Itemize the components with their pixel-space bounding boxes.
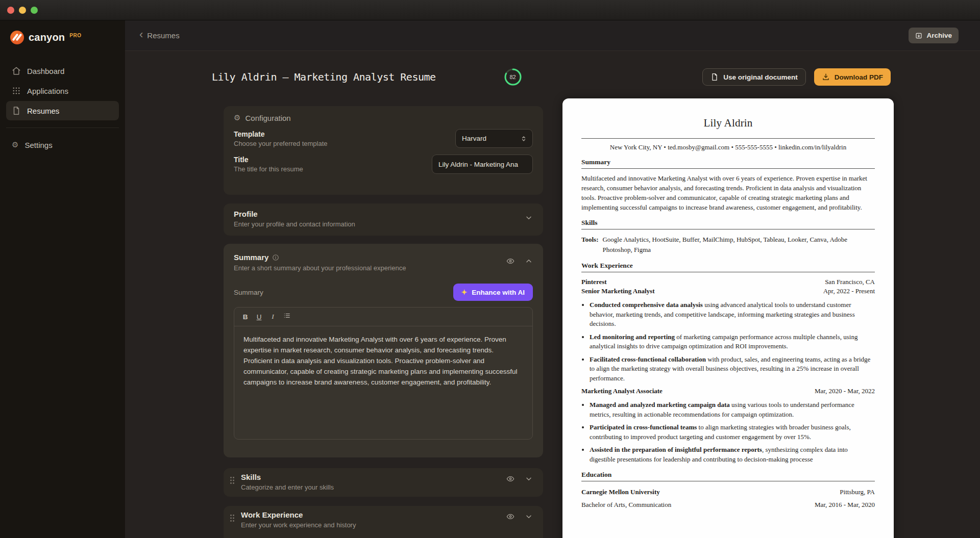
title-actions: Use original document Download PDF <box>702 68 891 86</box>
archive-button[interactable]: Archive <box>909 28 959 43</box>
template-field-row: Template Choose your preferred template … <box>234 129 533 148</box>
job-bullet: Conducted comprehensive data analysis us… <box>590 300 875 329</box>
education-degree: Bachelor of Arts, Communication <box>581 500 671 509</box>
preview-work-heading: Work Experience <box>581 262 875 270</box>
use-original-label: Use original document <box>723 73 798 81</box>
italic-button[interactable]: I <box>266 310 280 324</box>
template-description: Choose your preferred template <box>234 140 328 147</box>
skills-section-card[interactable]: Skills Categorize and enter your skills <box>224 468 543 497</box>
profile-section-title: Profile <box>234 210 525 218</box>
enhance-with-ai-button[interactable]: ✦ Enhance with AI <box>453 284 533 301</box>
summary-editor[interactable]: B U I Multifaceted and innovative Market… <box>234 307 533 440</box>
close-window-button[interactable] <box>7 7 14 14</box>
gear-icon: ⚙ <box>12 140 18 149</box>
download-pdf-label: Download PDF <box>835 73 883 81</box>
divider <box>581 272 875 272</box>
sidebar-divider <box>6 127 119 128</box>
title-label: Title <box>234 156 303 164</box>
configuration-heading-label: Configuration <box>245 114 290 122</box>
chevron-down-icon[interactable] <box>525 214 533 222</box>
preview-summary-heading: Summary <box>581 158 875 166</box>
sidebar-item-label: Settings <box>24 141 52 149</box>
eye-icon[interactable] <box>506 475 514 483</box>
preview-contact-line: New York City, NY • ted.mosby@gmail.com … <box>581 143 875 151</box>
tools-list: Google Analytics, HootSuite, Buffer, Mai… <box>602 235 875 255</box>
eye-icon[interactable] <box>506 513 514 521</box>
chevron-down-icon[interactable] <box>525 513 533 521</box>
job-role-row: Senior Marketing Analyst Apr, 2022 - Pre… <box>581 287 875 296</box>
job-bullet-list: Managed and analyzed marketing campaign … <box>590 400 875 464</box>
divider <box>581 229 875 229</box>
divider <box>581 168 875 169</box>
job-company: Pinterest <box>581 277 607 287</box>
divider <box>581 138 875 139</box>
job-bullet: Participated in cross-functional teams t… <box>590 423 875 442</box>
document-icon <box>12 106 21 115</box>
template-select-value: Harvard <box>462 135 486 142</box>
eye-icon[interactable] <box>506 257 514 265</box>
education-location: Pittsburg, PA <box>840 488 875 497</box>
breadcrumb-label: Resumes <box>147 31 179 40</box>
sidebar-item-settings[interactable]: ⚙ Settings <box>6 135 119 155</box>
summary-field-label: Summary <box>234 289 263 296</box>
resume-title-input[interactable] <box>432 155 533 174</box>
sidebar-item-applications[interactable]: Applications <box>6 81 119 100</box>
education-school-row: Carnegie Mellon University Pittsburg, PA <box>581 488 875 497</box>
bold-button[interactable]: B <box>238 310 252 324</box>
bullet-list-icon <box>283 312 290 319</box>
preview-education-heading: Education <box>581 471 875 479</box>
resume-title-row: Lily Aldrin — Marketing Analyst Resume 8… <box>212 67 891 87</box>
profile-section-card[interactable]: Profile Enter your profile and contact i… <box>224 203 543 236</box>
titlebar <box>0 0 980 20</box>
preview-summary-text: Multifaceted and innovative Marketing An… <box>581 173 875 212</box>
configuration-heading: ⚙ Configuration <box>234 113 533 122</box>
score-value: 82 <box>503 67 523 87</box>
bullet-list-button[interactable] <box>280 310 293 324</box>
skills-section-description: Categorize and enter your skills <box>241 483 506 491</box>
job-bullet: Assisted in the preparation of insightfu… <box>590 445 875 464</box>
resume-editor-column: ⚙ Configuration Template Choose your pre… <box>224 106 543 538</box>
home-icon <box>12 66 21 75</box>
job-dates: Mar, 2020 - Mar, 2022 <box>815 387 875 396</box>
underline-button[interactable]: U <box>252 310 266 324</box>
drag-handle-icon[interactable] <box>230 514 235 524</box>
work-section-title: Work Experience <box>241 510 506 519</box>
sidebar-item-dashboard[interactable]: Dashboard <box>6 61 119 81</box>
select-chevrons-icon <box>520 135 527 142</box>
job-location: San Francisco, CA <box>825 277 875 287</box>
sidebar: canyon PRO Dashboard Applications Resume… <box>0 20 125 538</box>
chevron-down-icon[interactable] <box>525 475 533 483</box>
gear-icon: ⚙ <box>234 113 240 122</box>
configuration-card: ⚙ Configuration Template Choose your pre… <box>224 106 543 195</box>
sparkles-icon: ✦ <box>461 288 468 296</box>
app-window: canyon PRO Dashboard Applications Resume… <box>0 0 980 538</box>
drag-handle-icon[interactable] <box>230 476 235 486</box>
summary-textarea[interactable]: Multifaceted and innovative Marketing An… <box>234 326 532 395</box>
download-icon <box>822 73 830 81</box>
template-label: Template <box>234 130 328 138</box>
archive-icon <box>915 32 922 39</box>
preview-tools-line: Tools: Google Analytics, HootSuite, Buff… <box>581 235 875 255</box>
summary-field-row: Summary ✦ Enhance with AI <box>234 284 533 301</box>
title-description: The title for this resume <box>234 165 303 173</box>
title-field-row: Title The title for this resume <box>234 155 533 174</box>
chevron-up-icon[interactable] <box>525 257 533 265</box>
summary-section-card: Summary Enter a short summary about your… <box>224 244 543 457</box>
back-chevron-icon: ‹ <box>139 29 143 40</box>
breadcrumb[interactable]: ‹ Resumes <box>139 31 180 40</box>
template-select[interactable]: Harvard <box>455 129 533 148</box>
download-pdf-button[interactable]: Download PDF <box>814 68 891 86</box>
job-role-row: Marketing Analyst Associate Mar, 2020 - … <box>581 387 875 396</box>
file-pdf-icon <box>710 73 719 81</box>
sidebar-item-resumes[interactable]: Resumes <box>6 101 119 120</box>
use-original-document-button[interactable]: Use original document <box>702 68 806 86</box>
profile-section-description: Enter your profile and contact informati… <box>234 220 525 228</box>
summary-editor-toolbar: B U I <box>234 308 532 326</box>
zoom-window-button[interactable] <box>31 7 38 14</box>
job-bullet: Facilitated cross-functional collaborati… <box>590 355 875 383</box>
education-dates: Mar, 2016 - Mar, 2020 <box>815 500 875 509</box>
job-bullet: Led monitoring and reporting of marketin… <box>590 332 875 351</box>
work-experience-section-card[interactable]: Work Experience Enter your work experien… <box>224 506 543 538</box>
sidebar-item-label: Dashboard <box>27 67 64 75</box>
minimize-window-button[interactable] <box>19 7 26 14</box>
